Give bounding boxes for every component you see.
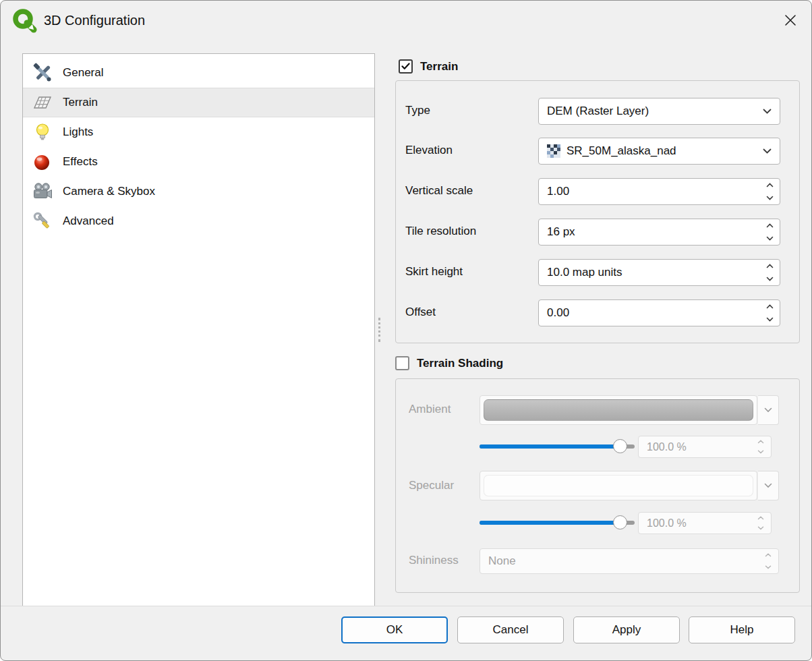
ambient-color-swatch: [484, 399, 753, 421]
spin-up-button[interactable]: [759, 179, 780, 192]
sidebar-item-general[interactable]: General: [23, 58, 374, 88]
elevation-value: SR_50M_alaska_nad: [567, 144, 676, 158]
ok-button[interactable]: OK: [341, 616, 448, 643]
type-value: DEM (Raster Layer): [547, 105, 649, 118]
vertical-scale-label: Vertical scale: [405, 184, 473, 198]
spin-down-button: [751, 523, 771, 534]
ambient-label: Ambient: [409, 403, 451, 416]
chevron-down-icon: [766, 236, 774, 241]
specular-color-swatch: [484, 475, 753, 496]
chevron-up-icon: [766, 264, 774, 268]
specular-label: Specular: [409, 479, 454, 492]
offset-spinbox[interactable]: 0.00: [538, 299, 780, 326]
check-icon: [401, 63, 410, 70]
specular-color-button: [480, 471, 757, 500]
vertical-scale-spinbox[interactable]: 1.00: [538, 178, 780, 205]
spin-up-button[interactable]: [759, 219, 780, 232]
vertical-scale-value: 1.00: [539, 185, 759, 198]
shininess-value: None: [480, 554, 758, 568]
sidebar-item-lights[interactable]: Lights: [23, 117, 374, 147]
button-row-separator: [1, 606, 811, 606]
tools-icon: [32, 63, 53, 83]
sidebar-item-label: Effects: [63, 155, 98, 169]
spin-down-button[interactable]: [759, 192, 780, 204]
tile-resolution-label: Tile resolution: [405, 225, 476, 238]
spin-up-button[interactable]: [759, 300, 780, 313]
chevron-down-icon: [764, 483, 772, 488]
spin-up-button[interactable]: [759, 260, 780, 272]
sidebar-item-effects[interactable]: Effects: [23, 147, 374, 177]
specular-percent-spinbox: 100.0 %: [638, 512, 772, 534]
wrench-icon: [32, 211, 53, 231]
chevron-down-icon: [766, 196, 774, 200]
shininess-label: Shininess: [409, 554, 459, 567]
cancel-button[interactable]: Cancel: [457, 616, 564, 643]
elevation-combobox[interactable]: SR_50M_alaska_nad: [538, 138, 780, 165]
qgis-logo-icon: [11, 7, 38, 34]
dialog-3d-configuration: 3D Configuration General Terrain: [0, 0, 812, 661]
close-icon: [784, 14, 796, 26]
slider-fill: [480, 521, 618, 525]
sidebar-item-label: Advanced: [63, 214, 114, 228]
specular-strength-slider: [480, 515, 635, 530]
terrain-shading-group-title: Terrain Shading: [417, 357, 503, 370]
specular-color-dropdown-button: [758, 471, 779, 500]
sphere-icon: [32, 152, 53, 172]
slider-handle: [613, 439, 627, 453]
spin-up-button: [758, 549, 778, 561]
chevron-down-icon: [763, 109, 772, 114]
elevation-label: Elevation: [405, 144, 453, 157]
apply-button[interactable]: Apply: [573, 616, 680, 643]
tile-resolution-spinbox[interactable]: 16 px: [538, 219, 780, 246]
specular-percent-value: 100.0 %: [639, 517, 751, 529]
terrain-group-title: Terrain: [420, 60, 458, 74]
chevron-down-icon: [764, 407, 772, 413]
chevron-up-icon: [766, 304, 774, 309]
spin-up-button: [751, 513, 771, 523]
tile-resolution-value: 16 px: [539, 225, 759, 239]
slider-fill: [480, 444, 618, 449]
chevron-down-icon: [766, 277, 774, 281]
spin-down-button[interactable]: [759, 313, 780, 326]
settings-sidebar: General Terrain Lights: [22, 53, 375, 606]
skirt-height-spinbox[interactable]: 10.0 map units: [538, 259, 780, 286]
shading-check-row: Terrain Shading: [395, 356, 503, 370]
chevron-down-icon: [763, 148, 772, 154]
type-combobox[interactable]: DEM (Raster Layer): [538, 98, 780, 125]
sidebar-item-camera-skybox[interactable]: Camera & Skybox: [23, 177, 374, 206]
spin-down-button[interactable]: [759, 232, 780, 245]
terrain-checkbox[interactable]: [399, 59, 413, 74]
spin-down-button: [751, 447, 771, 458]
chevron-down-icon: [766, 317, 774, 322]
raster-layer-icon: [547, 144, 560, 158]
splitter-handle[interactable]: [378, 318, 381, 342]
close-button[interactable]: [778, 9, 803, 32]
shininess-spinbox: None: [480, 548, 779, 574]
ambient-strength-slider: [480, 439, 635, 454]
terrain-shading-checkbox[interactable]: [395, 356, 409, 370]
spin-down-button[interactable]: [759, 272, 780, 285]
offset-label: Offset: [405, 306, 436, 319]
chevron-up-icon: [766, 223, 774, 228]
chevron-up-icon: [766, 183, 774, 188]
sidebar-item-terrain[interactable]: Terrain: [23, 88, 374, 117]
help-button[interactable]: Help: [689, 616, 795, 643]
ambient-percent-spinbox: 100.0 %: [638, 436, 772, 458]
ambient-color-dropdown-button: [758, 395, 779, 425]
spin-down-button: [758, 561, 778, 573]
sidebar-item-label: Camera & Skybox: [63, 185, 155, 198]
camera-icon: [32, 181, 53, 202]
terrain-check-row: Terrain: [399, 59, 458, 74]
skirt-height-label: Skirt height: [405, 265, 463, 279]
sidebar-item-advanced[interactable]: Advanced: [23, 206, 374, 236]
spin-up-button: [751, 436, 771, 447]
slider-handle: [613, 515, 627, 529]
sidebar-item-label: Terrain: [63, 96, 98, 109]
offset-value: 0.00: [539, 306, 759, 320]
window-title: 3D Configuration: [44, 13, 145, 28]
ambient-percent-value: 100.0 %: [639, 441, 751, 453]
lightbulb-icon: [32, 122, 53, 142]
sidebar-item-label: General: [63, 66, 103, 80]
sidebar-item-label: Lights: [63, 125, 93, 139]
terrain-icon: [32, 92, 53, 113]
